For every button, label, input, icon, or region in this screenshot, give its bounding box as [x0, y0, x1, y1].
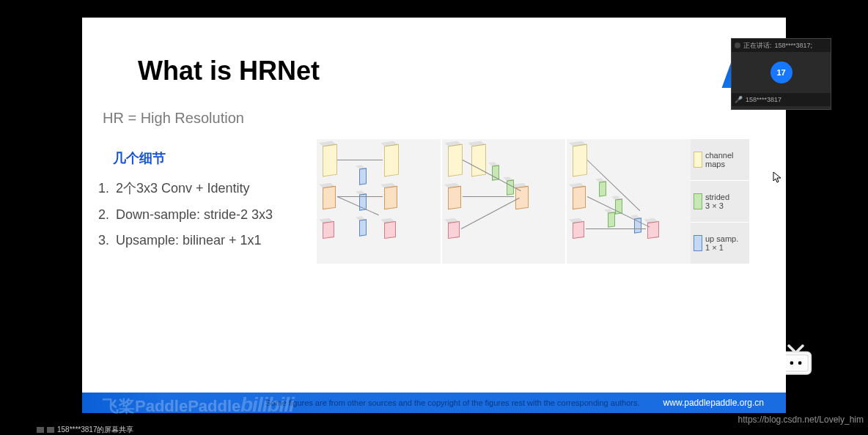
paddle-watermark: 飞桨PaddlePaddle — [103, 395, 240, 417]
op-block — [608, 212, 615, 227]
op-block — [507, 179, 514, 195]
screen-share-bar: 158****3817的屏幕共享 — [37, 425, 134, 435]
legend-row: strided 3 × 3 — [691, 181, 749, 223]
slide: ナ What is HRNet HR = High Resolution 几个细… — [82, 18, 786, 413]
avatar: 17 — [770, 62, 792, 83]
feature-block — [647, 221, 659, 239]
blog-watermark: https://blog.csdn.net/Lovely_him — [738, 414, 864, 425]
edge — [337, 160, 383, 160]
feature-block — [448, 186, 461, 210]
feature-block — [573, 221, 584, 239]
list-item: 2个3x3 Conv + Identity — [113, 179, 273, 197]
mic-off-icon: 🎤 — [735, 96, 743, 103]
edge — [337, 196, 383, 197]
feature-block — [448, 221, 460, 239]
edge — [460, 198, 519, 229]
meeting-thumbnail[interactable]: 正在讲话: 158****3817; 17 🎤 158****3817 — [731, 38, 831, 110]
user-label: 158****3817 — [746, 96, 781, 103]
feature-block — [384, 144, 399, 177]
bilibili-watermark: bilibili — [240, 393, 294, 417]
speaking-user: 158****3817; — [775, 42, 813, 49]
svg-point-2 — [798, 361, 802, 365]
feature-block — [323, 221, 334, 239]
legend-label: channel maps — [705, 151, 734, 168]
op-block — [359, 168, 367, 185]
meeting-avatar-area: 17 — [732, 52, 831, 93]
legend-label: up samp. 1 × 1 — [705, 234, 738, 252]
diagram-panel — [567, 139, 691, 264]
diagram-legend: channel maps strided 3 × 3 up samp. 1 × … — [691, 139, 749, 264]
feature-block — [573, 186, 586, 210]
details-list: 2个3x3 Conv + Identity Down-sample: strid… — [95, 179, 273, 259]
feature-block — [384, 221, 396, 239]
op-block — [599, 181, 606, 196]
edge — [463, 196, 514, 197]
legend-label: strided 3 × 3 — [705, 193, 729, 210]
cursor-icon — [773, 171, 781, 183]
screen-icon — [37, 427, 44, 433]
edge — [337, 196, 379, 215]
legend-row: up samp. 1 × 1 — [691, 223, 749, 264]
edge — [587, 160, 641, 211]
bilibili-tv-icon[interactable] — [779, 341, 812, 378]
slide-title: What is HRNet — [138, 56, 320, 86]
legend-swatch — [694, 235, 702, 251]
user-icon — [47, 427, 54, 433]
list-item: Upsample: bilinear + 1x1 — [113, 233, 273, 248]
speaking-label: 正在讲话: — [743, 41, 772, 51]
legend-swatch — [694, 193, 702, 209]
sharing-label: 158****3817的屏幕共享 — [57, 425, 134, 435]
legend-swatch — [694, 152, 702, 168]
feature-block — [384, 186, 397, 210]
slide-subtitle: HR = High Resolution — [103, 110, 244, 127]
feature-block — [323, 186, 336, 210]
list-item: Down-sample: stride-2 3x3 — [113, 207, 273, 223]
mic-icon — [735, 42, 740, 48]
svg-point-1 — [790, 361, 794, 365]
feature-block — [573, 144, 587, 177]
diagram-panel — [317, 139, 442, 264]
meeting-speaking-bar: 正在讲话: 158****3817; — [732, 39, 831, 52]
op-block — [359, 219, 367, 236]
edge — [586, 228, 646, 229]
figure-credit: Some figures are from other sources and … — [265, 398, 640, 407]
details-heading: 几个细节 — [113, 149, 166, 167]
video-stage: ナ What is HRNet HR = High Resolution 几个细… — [37, 0, 831, 435]
footer-site: www.paddlepaddle.org.cn — [663, 398, 764, 408]
feature-block — [323, 144, 337, 177]
legend-row: channel maps — [691, 139, 749, 181]
hrnet-diagram — [317, 139, 691, 264]
meeting-user-bar: 🎤 158****3817 — [732, 93, 831, 106]
feature-block — [448, 144, 463, 177]
svg-rect-0 — [784, 355, 808, 371]
diagram-panel — [442, 139, 567, 264]
